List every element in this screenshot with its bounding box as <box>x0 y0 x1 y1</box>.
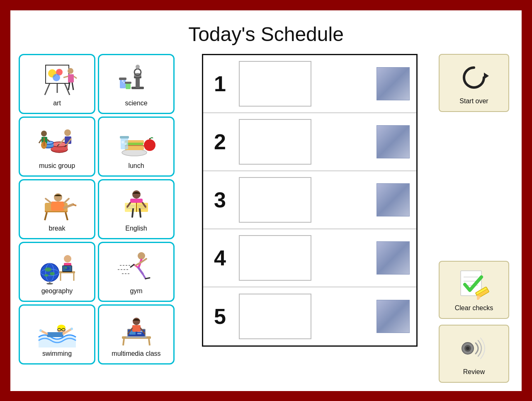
svg-line-63 <box>46 199 51 203</box>
svg-line-102 <box>143 274 146 279</box>
multimedia-icon <box>116 311 157 348</box>
card-multimedia-label: multimedia class <box>112 350 160 357</box>
schedule-row-4: 4 <box>203 229 416 287</box>
lunch-icon <box>116 123 157 160</box>
review-label: Review <box>463 368 485 376</box>
check-box-1[interactable] <box>377 67 410 100</box>
schedule-table: 1 2 3 4 <box>202 54 418 347</box>
svg-point-32 <box>64 129 71 136</box>
svg-point-7 <box>68 68 73 74</box>
slot-box-4[interactable] <box>239 235 311 281</box>
slot-box-5[interactable] <box>239 294 311 339</box>
check-box-5[interactable] <box>377 300 410 333</box>
row-number-3: 3 <box>210 187 231 212</box>
right-panel: Start over <box>435 54 513 383</box>
svg-point-143 <box>466 347 469 350</box>
svg-point-83 <box>45 267 51 272</box>
check-box-2[interactable] <box>377 125 410 158</box>
schedule-row-2: 2 <box>203 113 416 171</box>
svg-point-118 <box>39 329 42 332</box>
start-over-button[interactable]: Start over <box>439 54 509 112</box>
svg-rect-21 <box>119 78 126 80</box>
card-science[interactable]: science <box>98 54 175 114</box>
card-break[interactable]: break <box>19 179 95 239</box>
clear-checks-icon <box>455 268 493 301</box>
card-geography[interactable]: geography <box>19 242 95 302</box>
svg-rect-67 <box>125 203 136 212</box>
svg-rect-41 <box>44 138 45 146</box>
check-box-4[interactable] <box>377 241 410 275</box>
geography-icon <box>36 248 78 286</box>
svg-rect-51 <box>121 138 128 149</box>
schedule-panel: 1 2 3 4 <box>189 54 430 383</box>
card-art[interactable]: art <box>19 54 95 114</box>
slot-box-1[interactable] <box>239 61 311 107</box>
svg-point-44 <box>122 149 147 156</box>
activity-row-2: music group <box>19 117 185 177</box>
svg-point-38 <box>41 131 47 136</box>
svg-point-84 <box>50 272 55 275</box>
slot-box-2[interactable] <box>239 119 311 165</box>
check-box-3[interactable] <box>377 183 410 216</box>
svg-rect-8 <box>68 74 74 83</box>
review-icon <box>455 332 493 365</box>
clear-checks-button[interactable]: Clear checks <box>439 261 509 319</box>
activity-row-5: swimming <box>19 304 185 365</box>
card-lunch-label: lunch <box>128 162 144 170</box>
science-icon <box>116 61 157 98</box>
start-over-label: Start over <box>459 97 488 105</box>
svg-point-128 <box>133 318 140 325</box>
svg-line-58 <box>66 212 68 220</box>
card-english-label: English <box>125 225 147 232</box>
row-number-1: 1 <box>210 71 231 96</box>
row-number-4: 4 <box>210 245 231 270</box>
svg-line-57 <box>45 212 47 220</box>
card-geography-label: geography <box>41 287 73 295</box>
svg-line-101 <box>138 268 143 274</box>
svg-rect-52 <box>120 136 129 139</box>
gym-icon <box>116 248 157 286</box>
svg-rect-114 <box>47 332 63 337</box>
clear-checks-label: Clear checks <box>455 304 493 312</box>
svg-rect-22 <box>126 83 131 89</box>
svg-point-6 <box>53 74 60 81</box>
svg-line-120 <box>123 339 124 345</box>
svg-point-65 <box>132 190 141 199</box>
english-icon <box>116 186 157 223</box>
svg-line-100 <box>131 265 134 267</box>
svg-rect-129 <box>132 325 141 332</box>
break-icon <box>36 186 78 223</box>
slot-box-3[interactable] <box>239 177 311 223</box>
svg-point-24 <box>122 80 124 82</box>
card-art-label: art <box>53 100 61 107</box>
card-swimming[interactable]: swimming <box>19 304 95 365</box>
svg-rect-23 <box>125 82 131 84</box>
card-break-label: break <box>49 225 65 232</box>
schedule-row-5: 5 <box>203 287 416 345</box>
card-gym-label: gym <box>130 287 142 295</box>
card-english[interactable]: English <box>98 179 175 239</box>
card-gym[interactable]: gym <box>98 242 175 302</box>
card-multimedia[interactable]: multimedia class <box>98 304 175 365</box>
svg-line-42 <box>39 139 41 143</box>
card-swimming-label: swimming <box>42 350 72 357</box>
card-music-group[interactable]: music group <box>19 117 95 177</box>
schedule-row-1: 1 <box>203 55 416 113</box>
card-lunch[interactable]: lunch <box>98 117 175 177</box>
review-button[interactable]: Review <box>439 325 509 383</box>
svg-marker-133 <box>484 73 489 79</box>
svg-point-85 <box>44 274 49 277</box>
svg-rect-53 <box>121 141 124 143</box>
activity-row-1: art <box>19 54 185 114</box>
swimming-icon <box>36 311 78 348</box>
svg-point-87 <box>46 283 53 284</box>
svg-point-96 <box>65 267 67 269</box>
svg-line-62 <box>73 204 76 206</box>
svg-line-79 <box>140 209 141 217</box>
svg-line-121 <box>149 339 150 345</box>
activity-row-3: break <box>19 179 185 239</box>
svg-line-103 <box>146 278 150 279</box>
svg-line-12 <box>72 83 73 90</box>
schedule-row-3: 3 <box>203 171 416 229</box>
svg-rect-60 <box>51 202 64 211</box>
